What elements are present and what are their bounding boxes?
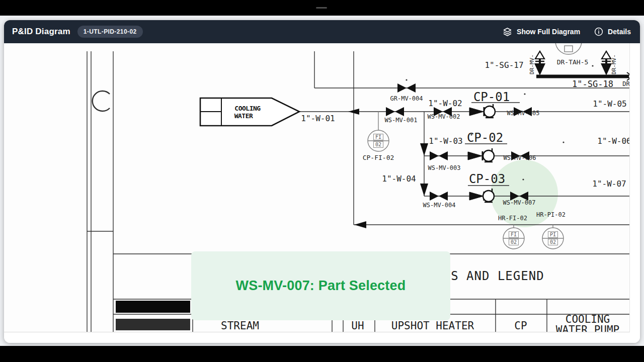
top-letterbox [0, 0, 644, 16]
sheet-zone-letter-c [93, 91, 110, 111]
instrument-function: FI [509, 231, 519, 238]
instrument-label-hr-pi-02: HR-PI-02 [536, 212, 566, 218]
legend-cell-upshot-heater: UPSHOT HEATER [391, 321, 474, 331]
pipe-label-w05: 1"-W-05 [593, 100, 626, 108]
legend-cell-uh: UH [351, 321, 364, 331]
valve-tag-dr-mv-right: DR-MV- [611, 54, 617, 74]
valve-tag-ws-mv-002[interactable]: WS-MV-002 [427, 114, 460, 120]
valve-tag-ws-mv-003[interactable]: WS-MV-003 [428, 165, 460, 171]
pipe-label-w03: 1"-W-03 [429, 137, 462, 145]
toast-message: WS-MV-007: Part Selected [236, 278, 406, 294]
instrument-label-cp-fi-02: CP-FI-02 [363, 154, 394, 161]
valve-tag-ws-mv-006[interactable]: WS-MV-006 [503, 155, 536, 161]
info-icon [594, 27, 603, 36]
pipe-label-dr-partial: DR- [622, 81, 630, 87]
pipe-label-w04: 1"-W-04 [382, 175, 416, 183]
header-left: P&ID Diagram 1-UTL-PID-210-02 [12, 26, 143, 38]
window-handle [316, 7, 327, 9]
instrument-function: PI [548, 231, 558, 238]
pipe-label-w06: 1"-W-06 [597, 137, 630, 145]
instrument-label-dr-tah-5: DR-TAH-5 [557, 59, 589, 65]
part-selected-toast: WS-MV-007: Part Selected [191, 251, 450, 320]
legend-cell-cp: CP [514, 321, 527, 331]
instrument-function: FI [373, 134, 383, 140]
layers-icon [503, 27, 512, 37]
valve-tag-dr-mv-left: DR-MV- [529, 54, 535, 74]
viewer-content: 1"-W-01 1"-W-02 1"-W-03 1"-W-04 1"-W-05 … [4, 43, 640, 343]
flag-text-line1: COOLING [234, 105, 260, 112]
bottom-letterbox [0, 346, 644, 362]
instrument-number: 02 [548, 239, 558, 245]
pipe-label-sg17: 1"-SG-17 [485, 61, 523, 69]
legend-swatch-dark [116, 319, 190, 330]
instrument-hr-fi-02[interactable]: FI 02 [509, 231, 519, 245]
legend-cell-water-pump: WATER PUMP [556, 325, 619, 333]
valve-tag-ws-mv-005[interactable]: WS-MV-005 [507, 110, 539, 116]
pid-drawing-viewport[interactable]: 1"-W-01 1"-W-02 1"-W-03 1"-W-04 1"-W-05 … [4, 43, 630, 332]
details-button[interactable]: Details [594, 27, 631, 36]
instrument-cp-fi-02[interactable]: FI 02 [373, 134, 383, 148]
instrument-number: 02 [373, 141, 383, 148]
legend-swatch-black [116, 301, 190, 313]
flag-text-line2: WATER [234, 113, 253, 119]
show-full-diagram-label: Show Full Diagram [517, 28, 580, 36]
pump-tag-cp-01[interactable]: CP-01 [473, 91, 510, 103]
valve-tag-ws-mv-007-selected[interactable]: WS-MV-007 [503, 200, 535, 206]
valve-tag-ws-mv-004[interactable]: WS-MV-004 [423, 202, 455, 208]
valve-tag-gr-mv-004[interactable]: GR-MV-004 [390, 96, 423, 102]
header-actions: Show Full Diagram Details [503, 27, 631, 37]
instrument-label-hr-fi-02: HR-FI-02 [498, 215, 527, 221]
details-label: Details [608, 28, 631, 36]
instrument-hr-pi-02[interactable]: PI 02 [548, 231, 558, 245]
screen: P&ID Diagram 1-UTL-PID-210-02 Show Full … [0, 0, 644, 362]
app-header: P&ID Diagram 1-UTL-PID-210-02 Show Full … [4, 20, 640, 43]
instrument-number: 02 [509, 239, 519, 245]
pump-tag-cp-02[interactable]: CP-02 [467, 132, 503, 144]
pipe-label-w07: 1"-W-07 [592, 180, 626, 188]
pump-tag-cp-03[interactable]: CP-03 [469, 173, 505, 185]
show-full-diagram-button[interactable]: Show Full Diagram [503, 27, 580, 37]
pipe-label-sg18: 1"-SG-18 [572, 80, 613, 88]
page-title: P&ID Diagram [12, 27, 70, 37]
legend-cell-stream: STREAM [221, 321, 259, 331]
drawing-number-badge: 1-UTL-PID-210-02 [77, 26, 143, 38]
legend-cell-cooling: COOLING [566, 314, 610, 325]
pid-viewer-window: P&ID Diagram 1-UTL-PID-210-02 Show Full … [4, 20, 640, 343]
pipe-label-w01: 1"-W-01 [301, 115, 335, 123]
pipe-label-w02: 1"-W-02 [428, 100, 462, 108]
valve-tag-ws-mv-001[interactable]: WS-MV-001 [384, 117, 417, 123]
